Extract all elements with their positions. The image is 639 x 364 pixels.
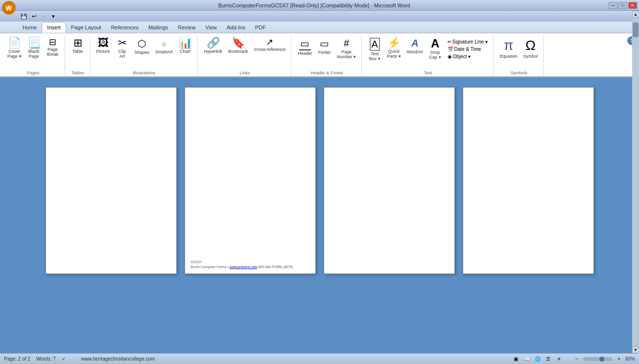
equation-icon: π: [504, 38, 513, 53]
pcforms-link[interactable]: www.pcforms.com: [230, 265, 258, 269]
bookmark-button[interactable]: 🔖 Bookmark: [226, 36, 251, 55]
cover-page-label: CoverPage ▾: [7, 49, 22, 59]
undo-quick-btn[interactable]: ↩: [29, 12, 38, 20]
symbol-button[interactable]: Ω Symbol: [521, 36, 540, 60]
smartart-icon: ⬦: [161, 38, 167, 49]
drop-cap-label: DropCap ▾: [429, 50, 441, 60]
website-label: www.heritagechristiancollege.com: [81, 356, 155, 362]
qa-dropdown-btn[interactable]: ▾: [49, 12, 58, 20]
cross-reference-button[interactable]: ↗ Cross-reference: [252, 36, 288, 53]
tab-view[interactable]: View: [200, 22, 222, 33]
chart-label: Chart: [180, 49, 190, 54]
office-button[interactable]: W: [2, 1, 16, 15]
ribbon-group-symbols: π Equation Ω Symbol Symbols: [495, 35, 544, 76]
doc-page-2: GC5X7 Burris Computer Forms • www.pcform…: [185, 87, 316, 274]
tab-mailings[interactable]: Mailings: [143, 22, 173, 33]
cross-reference-icon: ↗: [266, 38, 273, 46]
page-number-button[interactable]: # PageNumber ▾: [334, 36, 359, 61]
page-info: Page: 2 of 2: [4, 356, 30, 362]
tab-add-ins[interactable]: Add-Ins: [222, 22, 250, 33]
scroll-thumb[interactable]: [633, 23, 639, 37]
tab-review[interactable]: Review: [173, 22, 200, 33]
title-controls: — □ ✕: [609, 2, 637, 9]
text-box-icon: A: [370, 38, 380, 51]
equation-button[interactable]: π Equation: [497, 36, 520, 60]
header-button[interactable]: ▭ Header: [295, 36, 315, 57]
quick-parts-button[interactable]: ⚡ QuickParts ▾: [384, 36, 403, 60]
chart-button[interactable]: 📊 Chart: [176, 36, 194, 55]
quick-parts-label: QuickParts ▾: [387, 49, 401, 59]
ribbon-group-links: 🔗 Hyperlink 🔖 Bookmark ↗ Cross-reference…: [199, 35, 292, 76]
save-quick-btn[interactable]: 💾: [20, 12, 28, 20]
view-outline-button[interactable]: ☰: [544, 355, 553, 363]
table-button[interactable]: ⊞ Table: [69, 36, 87, 55]
text-small-group: ✏ Signature Line ▾ 📅 Date & Time ◉ Objec…: [445, 38, 490, 60]
tab-page-layout[interactable]: Page Layout: [66, 22, 106, 33]
check-icon: ✓: [62, 356, 66, 362]
links-group-label: Links: [239, 70, 250, 76]
page-break-label: PageBreak: [47, 47, 59, 57]
clip-art-button[interactable]: ✂ ClipArt: [114, 36, 131, 60]
doc-page-3: [324, 87, 455, 274]
title-bar-title: BurrisComputerFormsGC5X7 [Read-Only] [Co…: [20, 2, 609, 8]
tab-home[interactable]: Home: [18, 22, 42, 33]
illustrations-items: 🖼 Picture ✂ ClipArt ⬡ Shapes ⬦ SmartArt …: [94, 36, 194, 70]
zoom-out-button[interactable]: −: [572, 355, 581, 363]
hyperlink-button[interactable]: 🔗 Hyperlink: [202, 36, 225, 55]
drop-cap-icon: A: [431, 38, 439, 49]
view-draft-button[interactable]: ≡: [555, 355, 564, 363]
status-left: Page: 2 of 2 Words: 7 ✓ www.heritagechri…: [4, 356, 155, 362]
minimize-button[interactable]: —: [609, 2, 617, 9]
shapes-icon: ⬡: [138, 38, 146, 49]
tab-insert[interactable]: Insert: [42, 22, 66, 33]
scroll-down-button[interactable]: ▼: [632, 346, 639, 353]
cover-page-button[interactable]: 📄 CoverPage ▾: [5, 36, 24, 60]
text-box-label: TextBox ▾: [369, 51, 380, 61]
page-row: GC5X7 Burris Computer Forms • www.pcform…: [46, 87, 594, 274]
quick-parts-icon: ⚡: [387, 38, 401, 48]
drop-cap-button[interactable]: A DropCap ▾: [426, 36, 444, 61]
signature-line-icon: ✏: [448, 39, 451, 45]
view-web-button[interactable]: 🌐: [533, 355, 542, 363]
cover-page-icon: 📄: [8, 38, 21, 48]
illustrations-group-label: Illustrations: [133, 70, 155, 76]
chart-icon: 📊: [179, 38, 192, 48]
view-full-reading-button[interactable]: 📖: [522, 355, 531, 363]
close-button[interactable]: ✕: [628, 2, 637, 9]
date-time-button[interactable]: 📅 Date & Time: [445, 46, 490, 53]
text-box-button[interactable]: A TextBox ▾: [366, 36, 383, 63]
maximize-button[interactable]: □: [618, 2, 627, 9]
zoom-in-button[interactable]: +: [615, 355, 623, 363]
doc-page-1: [46, 87, 177, 274]
pages-group-label: Pages: [27, 70, 40, 76]
symbols-items: π Equation Ω Symbol: [497, 36, 541, 70]
symbol-label: Symbol: [523, 54, 538, 59]
header-label: Header: [298, 51, 312, 56]
page-break-button[interactable]: ⊟ PageBreak: [44, 36, 62, 58]
signature-line-button[interactable]: ✏ Signature Line ▾: [445, 38, 490, 46]
ribbon: 📄 CoverPage ▾ 📃 BlankPage ⊟ PageBreak Pa…: [0, 33, 639, 77]
object-button[interactable]: ◉ Object ▾: [445, 53, 490, 60]
footer-button[interactable]: ▭ Footer: [316, 36, 333, 56]
scroll-up-button[interactable]: ▲: [632, 11, 639, 18]
wordart-button[interactable]: A WordArt: [404, 36, 426, 56]
redo-quick-btn[interactable]: ↪: [39, 12, 48, 20]
smartart-button[interactable]: ⬦ SmartArt: [153, 36, 175, 56]
view-print-button[interactable]: ▣: [512, 355, 521, 363]
page-number-icon: #: [344, 38, 349, 49]
zoom-thumb[interactable]: [599, 357, 604, 362]
tab-pdf[interactable]: PDF: [250, 22, 271, 33]
doc-page-4: [463, 87, 594, 274]
tab-references[interactable]: References: [106, 22, 143, 33]
header-footer-group-label: Header & Footer: [310, 70, 343, 76]
tables-group-label: Tables: [71, 70, 84, 76]
table-label: Table: [72, 49, 83, 54]
zoom-slider[interactable]: [583, 357, 613, 361]
status-right: ▣ 📖 🌐 ☰ ≡ − + 60%: [512, 355, 635, 363]
shapes-button[interactable]: ⬡ Shapes: [132, 36, 152, 56]
picture-button[interactable]: 🖼 Picture: [94, 36, 113, 55]
ribbon-group-pages: 📄 CoverPage ▾ 📃 BlankPage ⊟ PageBreak Pa…: [2, 35, 65, 76]
blank-page-button[interactable]: 📃 BlankPage: [25, 36, 43, 60]
shapes-label: Shapes: [135, 50, 150, 55]
clip-art-icon: ✂: [118, 38, 127, 48]
